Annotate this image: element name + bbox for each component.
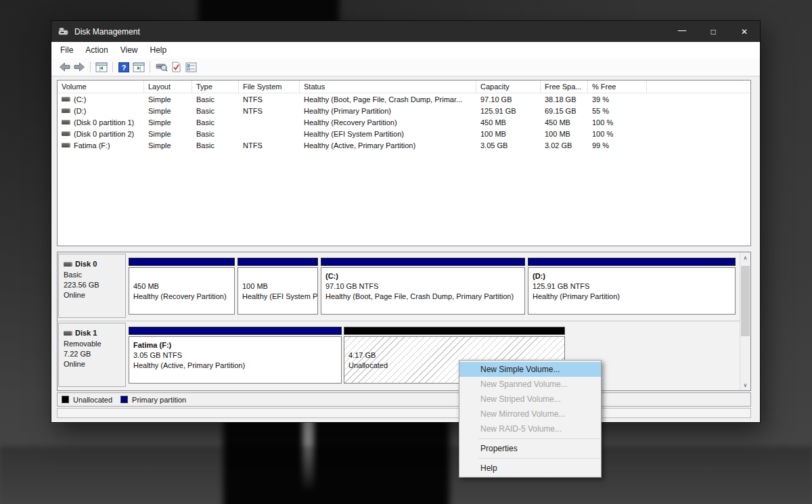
disk-icon [62,120,70,124]
menu-item-new-raid5-volume: New RAID-5 Volume... [459,421,601,436]
status-strip [57,408,751,418]
forward-icon[interactable] [72,60,87,74]
menu-item-new-striped-volume: New Striped Volume... [459,392,601,407]
column-header-pct-free[interactable]: % Free [588,81,647,93]
maximize-button[interactable]: □ [698,21,729,42]
toolbar-separator [112,62,113,72]
disk0-partition-d[interactable]: (D:) 125.91 GB NTFS Healthy (Primary Par… [528,258,736,315]
show-console-tree-icon[interactable] [94,60,109,74]
disk0-label[interactable]: Disk 0 Basic 223.56 GB Online [58,254,126,318]
column-header-status[interactable]: Status [300,81,476,93]
desk-shadow [0,446,812,504]
column-header-capacity[interactable]: Capacity [476,81,541,93]
menu-view[interactable]: View [114,42,144,58]
menu-bar: File Action View Help [51,42,760,58]
window-controls: — □ ✕ [667,21,760,42]
primary-partition-swatch [120,396,128,403]
disk1-kind: Removable [64,339,125,349]
menu-item-new-mirrored-volume: New Mirrored Volume... [459,407,601,421]
disk0-partition-c[interactable]: (C:) 97.10 GB NTFS Healthy (Boot, Page F… [321,258,525,315]
window-title: Disk Management [74,27,140,37]
menu-action[interactable]: Action [79,42,114,58]
disk-management-app-icon [58,27,69,36]
disk0-status: Online [64,290,125,300]
volume-list-pane: Volume Layout Type File System Status Ca… [57,80,751,246]
disk-icon [64,262,72,267]
disk1-status: Online [64,359,125,369]
disk-management-window: Disk Management — □ ✕ File Action View H… [51,21,760,422]
show-action-pane-icon[interactable] [131,60,146,74]
volume-row-fatima[interactable]: Fatima (F:) Simple Basic NTFS Healthy (A… [58,139,750,151]
menu-item-new-spanned-volume: New Spanned Volume... [459,377,601,392]
toolbar-separator [90,62,91,72]
svg-text:?: ? [122,63,127,71]
graphical-view-pane: Disk 0 Basic 223.56 GB Online 450 MB Hea… [57,252,751,391]
properties-icon[interactable] [183,60,198,74]
close-button[interactable]: ✕ [729,21,760,42]
column-header-file-system[interactable]: File System [239,81,300,93]
legend-primary-partition: Primary partition [120,396,186,404]
minimize-button[interactable]: — [667,21,698,42]
partition-color-bar [238,258,318,266]
menu-item-properties[interactable]: Properties [459,441,601,456]
toolbar: ? [51,58,760,76]
context-menu: New Simple Volume... New Spanned Volume.… [459,360,602,478]
toolbar-separator [150,62,150,72]
disk-icon [62,143,70,147]
menu-file[interactable]: File [54,42,79,58]
disk-icon [62,131,70,136]
column-header-filler [647,81,750,93]
menu-separator [478,458,600,459]
legend-unallocated: Unallocated [62,396,112,404]
disk-icon [64,331,72,336]
menu-item-new-simple-volume[interactable]: New Simple Volume... [459,362,601,377]
column-header-type[interactable]: Type [192,81,239,93]
disk0-partition-recovery[interactable]: 450 MB Healthy (Recovery Partition) [129,258,235,315]
disk-row-separator [58,321,740,321]
disk-icon [62,97,70,101]
disk-icon [62,108,70,113]
unallocated-color-bar [344,327,565,335]
help-icon[interactable]: ? [116,60,131,74]
vertical-scrollbar[interactable]: ∧ ∨ [740,252,750,390]
menu-item-help[interactable]: Help [459,461,601,476]
unallocated-swatch [62,396,69,403]
legend-bar: Unallocated Primary partition [57,392,751,407]
volume-row-disk0-partition1[interactable]: (Disk 0 partition 1) Simple Basic Health… [58,116,750,128]
column-header-free-space[interactable]: Free Spa... [541,81,588,93]
disk1-partition-fatima[interactable]: Fatima (F:) 3.05 GB NTFS Healthy (Active… [129,327,342,384]
volume-row-c[interactable]: (C:) Simple Basic NTFS Healthy (Boot, Pa… [58,93,750,105]
partition-color-bar [528,258,736,266]
partition-color-bar [321,258,525,266]
column-header-layout[interactable]: Layout [144,81,192,93]
volume-list-header: Volume Layout Type File System Status Ca… [58,81,750,93]
volume-row-disk0-partition2[interactable]: (Disk 0 partition 2) Simple Basic Health… [58,128,750,139]
volume-row-d[interactable]: (D:) Simple Basic NTFS Healthy (Primary … [58,105,750,116]
scrollbar-thumb[interactable] [741,266,750,336]
back-icon[interactable] [57,60,72,74]
disk0-partition-efi[interactable]: 100 MB Healthy (EFI System Partition) [238,258,318,315]
partition-color-bar [129,258,235,266]
menu-help[interactable]: Help [144,42,173,58]
column-header-volume[interactable]: Volume [58,81,144,93]
disk1-label[interactable]: Disk 1 Removable 7.22 GB Online [58,323,126,387]
check-disk-icon[interactable] [168,60,183,74]
scroll-down-icon[interactable]: ∨ [740,380,750,390]
scroll-up-icon[interactable]: ∧ [740,252,750,263]
disk1-size: 7.22 GB [64,349,125,359]
disk0-size: 223.56 GB [64,280,125,290]
partition-color-bar [129,327,342,335]
titlebar[interactable]: Disk Management — □ ✕ [51,21,760,42]
menu-separator [478,438,600,439]
rescan-disks-icon[interactable] [154,60,168,74]
disk0-kind: Basic [64,270,125,280]
